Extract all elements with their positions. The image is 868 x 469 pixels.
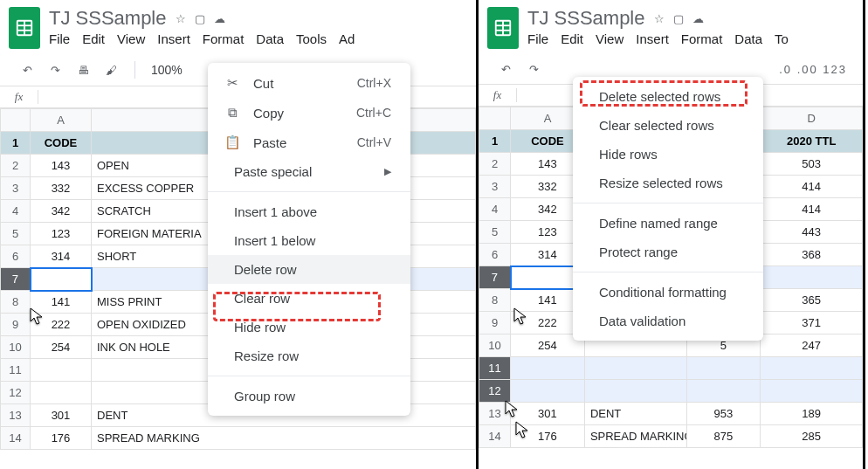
row-header[interactable]: 2 [1,155,31,177]
menu-resize-row[interactable]: Resize row [208,341,410,370]
undo-icon[interactable]: ↶ [19,62,35,78]
row-header[interactable]: 6 [479,244,511,266]
cell[interactable] [31,268,92,291]
move-icon[interactable]: ▢ [673,12,684,25]
cell[interactable]: 368 [761,244,863,266]
cell[interactable]: 332 [31,177,92,200]
cloud-icon[interactable]: ☁ [214,12,225,25]
cell[interactable]: 254 [31,336,92,359]
cell[interactable]: SPREAD MARKING [92,427,476,450]
menu-insert[interactable]: Insert [157,31,190,46]
undo-icon[interactable]: ↶ [498,61,513,77]
col-header-D[interactable]: D [761,107,863,130]
cell[interactable]: 285 [761,425,863,448]
row-header[interactable]: 4 [479,198,511,221]
menu-data[interactable]: Data [734,31,762,46]
select-all-cell[interactable] [1,109,31,132]
cell[interactable]: 189 [761,403,863,425]
star-icon[interactable]: ☆ [654,12,665,25]
cell[interactable] [761,357,863,380]
row-header[interactable]: 11 [479,357,511,380]
row-header[interactable]: 13 [1,404,31,427]
cell[interactable] [31,382,92,404]
row-header[interactable]: 10 [479,335,511,357]
row-header[interactable]: 5 [1,223,31,245]
cell[interactable]: SPREAD MARKING [584,425,686,448]
menu-hide-row[interactable]: Hide row [208,313,410,341]
col-header-A[interactable]: A [31,109,92,132]
cell[interactable]: CODE [31,132,92,155]
menu-group-row[interactable]: Group row [208,382,410,410]
menu-clear-row[interactable]: Clear row [208,284,410,313]
cell[interactable] [511,380,585,403]
row-header[interactable]: 9 [1,314,31,336]
row-header[interactable]: 2 [479,153,511,176]
doc-title[interactable]: TJ SSSample [49,7,167,30]
row-header[interactable]: 1 [1,132,31,155]
paint-format-icon[interactable]: 🖌 [103,62,119,78]
cell[interactable]: 314 [31,245,92,268]
cell[interactable] [686,380,761,403]
row-header[interactable]: 5 [479,221,511,244]
cell[interactable]: 342 [31,200,92,223]
row-header[interactable]: 6 [1,245,31,268]
menu-delete-row[interactable]: Delete row [208,255,410,284]
redo-icon[interactable]: ↷ [47,62,63,78]
cell[interactable]: 247 [761,335,863,357]
cell[interactable]: 503 [761,153,863,176]
cell[interactable]: 443 [761,221,863,244]
row-header[interactable]: 8 [479,289,511,312]
cell[interactable]: 414 [761,176,863,198]
row-header[interactable]: 1 [479,130,511,153]
menu-paste[interactable]: 📋 Paste Ctrl+V [208,128,410,157]
menu-resize-selected-rows[interactable]: Resize selected rows [573,169,763,197]
menu-file[interactable]: File [527,31,548,46]
menu-format[interactable]: Format [203,31,245,46]
menu-tools[interactable]: To [775,31,789,46]
menu-copy[interactable]: ⧉ Copy Ctrl+C [208,98,410,128]
number-format-controls[interactable]: .0 .00 123 [779,63,847,76]
row-header[interactable]: 10 [1,336,31,359]
menu-cut[interactable]: ✂ Cut Ctrl+X [208,68,410,98]
cell[interactable]: 2020 TTL [761,130,863,153]
cell[interactable]: 301 [511,403,585,425]
menu-format[interactable]: Format [681,31,723,46]
menu-define-named-range[interactable]: Define named range [573,209,763,238]
menu-file[interactable]: File [49,31,70,46]
cell[interactable]: 875 [686,425,761,448]
row-header[interactable]: 7 [1,268,31,291]
cell[interactable]: 301 [31,404,92,427]
row-header[interactable]: 3 [1,177,31,200]
row-header[interactable]: 7 [479,266,511,289]
cell[interactable]: DENT [584,403,686,425]
row-header[interactable]: 12 [479,380,511,403]
menu-conditional-formatting[interactable]: Conditional formatting [573,278,763,307]
cell[interactable] [584,380,686,403]
print-icon[interactable]: 🖶 [75,62,91,78]
row-header[interactable]: 12 [1,382,31,404]
cell[interactable]: 143 [31,155,92,177]
cell[interactable] [686,357,761,380]
cell[interactable]: 123 [31,223,92,245]
cell[interactable]: 371 [761,312,863,335]
star-icon[interactable]: ☆ [176,12,186,25]
cell[interactable]: 953 [686,403,761,425]
sheets-doc-icon[interactable] [9,7,40,49]
row-header[interactable]: 14 [479,425,511,448]
menu-paste-special[interactable]: Paste special ▶ [208,157,410,186]
menu-clear-selected-rows[interactable]: Clear selected rows [573,111,763,140]
menu-protect-range[interactable]: Protect range [573,238,763,266]
row-header[interactable]: 4 [1,200,31,223]
menu-hide-rows[interactable]: Hide rows [573,140,763,169]
menu-view[interactable]: View [117,31,145,46]
menu-addons[interactable]: Ad [339,31,355,46]
cloud-icon[interactable]: ☁ [692,12,704,25]
row-header[interactable]: 3 [479,176,511,198]
menu-view[interactable]: View [596,31,623,46]
redo-icon[interactable]: ↷ [526,61,541,77]
cell[interactable]: 414 [761,198,863,221]
sheets-doc-icon[interactable] [487,7,519,49]
row-header[interactable]: 9 [479,312,511,335]
cell[interactable]: 176 [511,425,585,448]
cell[interactable] [31,359,92,382]
